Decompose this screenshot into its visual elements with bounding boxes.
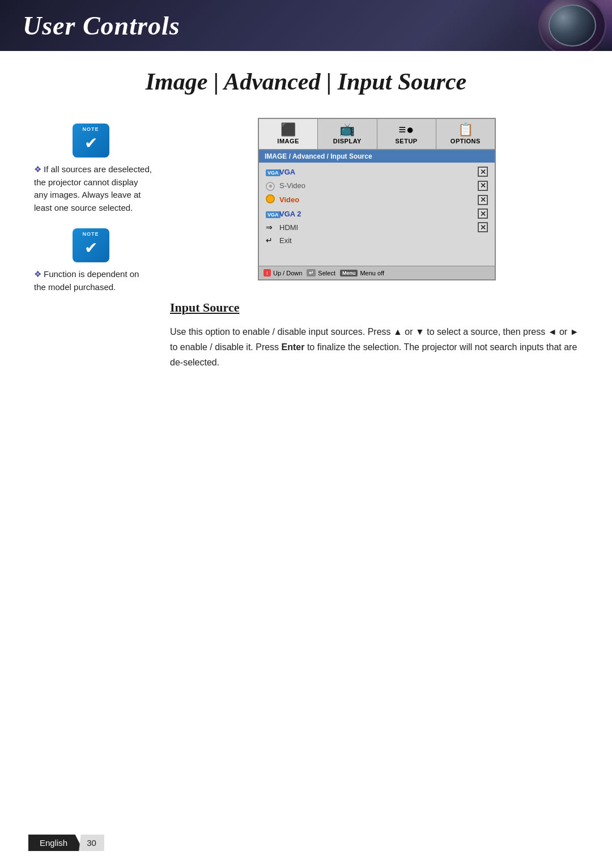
lens-inner (549, 5, 596, 46)
select-label: Select (318, 270, 335, 276)
footer-select: ↵ Select (307, 269, 335, 276)
note-box-1: ✔ ❖If all sources are deselected, the pr… (28, 124, 153, 214)
menu-item-vga: VGA VGA ✕ (259, 165, 495, 178)
page-title: Image | Advanced | Input Source (23, 68, 589, 95)
section-heading: Input Source (170, 300, 584, 315)
note-text-1: ❖If all sources are deselected, the proj… (28, 163, 153, 214)
menu-tabs: ⬛ IMAGE 📺 DISPLAY ≡● SETUP 📋 OPTIONS (259, 119, 495, 150)
image-tab-label: IMAGE (277, 138, 299, 144)
updown-icon: ↕ (264, 269, 271, 276)
hdmi-icon: ⇒ (266, 223, 279, 232)
note-badge-1: ✔ (73, 124, 109, 158)
display-tab-icon: 📺 (339, 124, 355, 136)
page-footer: English 30 (28, 835, 104, 851)
video-label: Video (279, 195, 478, 204)
menu-item-svideo: ⊕ S-Video ✕ (259, 178, 495, 193)
vga-label: VGA (279, 168, 478, 176)
language-tab: English (28, 835, 83, 851)
menu-tab-display: 📺 DISPLAY (318, 119, 377, 149)
menu-item-video: Video ✕ (259, 193, 495, 207)
input-source-section: Input Source Use this option to enable /… (170, 297, 584, 382)
vga-checkbox: ✕ (478, 167, 488, 177)
menu-tab-image: ⬛ IMAGE (259, 119, 318, 149)
menu-footer: ↕ Up / Down ↵ Select Menu Menu off (259, 266, 495, 279)
options-tab-icon: 📋 (458, 124, 474, 136)
note-checkmark-2: ✔ (84, 239, 97, 257)
menu-item-hdmi: ⇒ HDMI ✕ (259, 220, 495, 234)
footer-menuoff: Menu Menu off (340, 269, 384, 276)
enter-icon: ↵ (307, 269, 316, 276)
vga2-icon: VGA (266, 209, 279, 218)
page-number-tab: 30 (79, 835, 104, 851)
right-content: ⬛ IMAGE 📺 DISPLAY ≡● SETUP 📋 OPTIONS (170, 118, 584, 382)
vga2-checkbox: ✕ (478, 209, 488, 219)
svideo-checkbox: ✕ (478, 181, 488, 191)
header-title: User Controls (23, 11, 180, 41)
image-tab-icon: ⬛ (280, 124, 296, 136)
menu-breadcrumb: IMAGE / Advanced / Input Source (259, 150, 495, 163)
video-checkbox: ✕ (478, 195, 488, 205)
video-icon (266, 194, 279, 205)
vga2-label: VGA 2 (279, 210, 478, 218)
page-title-section: Image | Advanced | Input Source (0, 51, 612, 107)
svideo-icon: ⊕ (266, 180, 279, 191)
menu-container: ⬛ IMAGE 📺 DISPLAY ≡● SETUP 📋 OPTIONS (170, 118, 584, 280)
lens-decoration (538, 0, 606, 51)
note-text-2: ❖Function is dependent on the model purc… (28, 268, 153, 293)
exit-icon: ↵ (266, 236, 279, 245)
menu-tab-setup: ≡● SETUP (377, 119, 436, 149)
menu-item-exit: ↵ Exit (259, 234, 495, 246)
hdmi-checkbox: ✕ (478, 222, 488, 232)
menu-icon: Menu (340, 270, 358, 276)
svideo-label: S-Video (279, 181, 478, 190)
exit-label: Exit (279, 236, 488, 245)
note-box-2: ✔ ❖Function is dependent on the model pu… (28, 228, 153, 293)
left-sidebar: ✔ ❖If all sources are deselected, the pr… (28, 118, 153, 382)
main-content: ✔ ❖If all sources are deselected, the pr… (0, 107, 612, 393)
section-description: Use this option to enable / disable inpu… (170, 324, 584, 371)
setup-tab-icon: ≡● (399, 124, 414, 136)
menu-box: ⬛ IMAGE 📺 DISPLAY ≡● SETUP 📋 OPTIONS (258, 118, 496, 280)
menu-tab-options: 📋 OPTIONS (436, 119, 495, 149)
footer-updown: ↕ Up / Down (264, 269, 302, 276)
updown-label: Up / Down (273, 270, 302, 276)
display-tab-label: DISPLAY (333, 138, 362, 144)
menu-item-vga2: VGA VGA 2 ✕ (259, 207, 495, 220)
menu-spacer (259, 246, 495, 263)
vga-icon: VGA (266, 167, 279, 176)
options-tab-label: OPTIONS (450, 138, 481, 144)
menu-items: VGA VGA ✕ ⊕ S-Video ✕ Video ✕ (259, 163, 495, 266)
header-bar: User Controls (0, 0, 612, 51)
menuoff-label: Menu off (360, 270, 384, 276)
hdmi-label: HDMI (279, 223, 478, 232)
setup-tab-label: SETUP (396, 138, 418, 144)
note-badge-2: ✔ (73, 228, 109, 262)
note-checkmark-1: ✔ (84, 134, 97, 152)
